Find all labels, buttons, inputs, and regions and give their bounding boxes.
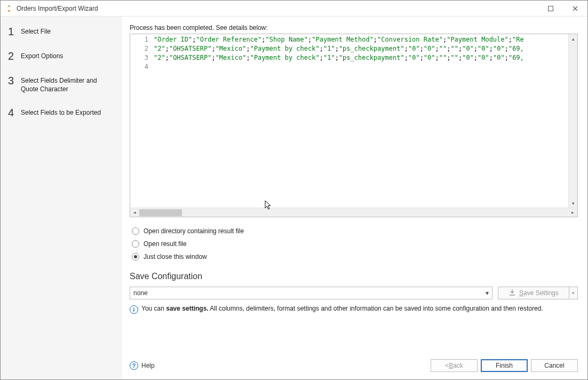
step-2[interactable]: 2 Export Options (8, 51, 115, 61)
step-1[interactable]: 1 Select File (8, 26, 115, 37)
help-icon: ? (130, 361, 138, 370)
radio-label: Open directory containing result file (144, 227, 244, 235)
titlebar: Orders Import/Export Wizard (1, 1, 587, 17)
radio-open-directory[interactable]: Open directory containing result file (132, 225, 578, 238)
step-4[interactable]: 4 Select Fields to be Exported (8, 107, 115, 118)
maximize-button[interactable] (538, 1, 563, 17)
app-icon (5, 4, 13, 13)
wizard-steps-sidebar: 1 Select File 2 Export Options 3 Select … (1, 17, 122, 379)
code-area[interactable]: "Order ID";"Order Reference";"Shop Name"… (152, 34, 568, 208)
main-panel: Process has been completed. See details … (122, 17, 587, 379)
footer: ? Help < Back Finish Cancel (130, 349, 578, 372)
save-settings-label: Save Settings (519, 289, 559, 297)
save-configuration-title: Save Configuration (130, 272, 578, 281)
info-text: You can save settings. All columns, deli… (141, 305, 543, 312)
radio-icon (132, 253, 139, 260)
radio-icon (132, 240, 139, 248)
horizontal-scrollbar[interactable]: ◂ ▸ (130, 208, 577, 217)
info-row: i You can save settings. All columns, de… (130, 305, 578, 314)
scroll-up-icon[interactable]: ▴ (569, 34, 577, 43)
help-label: Help (141, 362, 155, 369)
window-title: Orders Import/Export Wizard (17, 5, 98, 12)
save-settings-button[interactable]: Save Settings (498, 287, 569, 299)
chevron-down-icon: ▾ (486, 289, 489, 297)
scroll-down-icon[interactable]: ▾ (569, 199, 577, 208)
finish-button[interactable]: Finish (481, 359, 528, 372)
vertical-scrollbar[interactable]: ▴ ▾ (568, 34, 577, 208)
line-gutter: 1234 (130, 34, 152, 208)
download-icon (508, 289, 516, 298)
help-link[interactable]: ? Help (130, 361, 155, 370)
back-button[interactable]: < Back (431, 359, 478, 372)
process-complete-label: Process has been completed. See details … (130, 24, 578, 31)
combo-value: none (133, 289, 148, 297)
close-button[interactable] (563, 1, 587, 17)
radio-just-close-window[interactable]: Just close this window (132, 250, 578, 263)
scroll-thumb[interactable] (139, 209, 182, 216)
radio-label: Just close this window (144, 253, 207, 260)
radio-label: Open result file (144, 240, 187, 248)
radio-open-result-file[interactable]: Open result file (132, 238, 578, 250)
scroll-left-icon[interactable]: ◂ (130, 208, 139, 217)
post-action-radio-group: Open directory containing result file Op… (132, 225, 578, 263)
radio-icon (132, 227, 139, 235)
save-settings-dropdown[interactable]: ▾ (569, 287, 578, 299)
cancel-button[interactable]: Cancel (531, 359, 578, 372)
info-icon: i (130, 305, 138, 314)
svg-rect-0 (549, 6, 553, 11)
scroll-right-icon[interactable]: ▸ (568, 208, 577, 217)
wizard-window: Orders Import/Export Wizard 1 Select Fil… (0, 0, 588, 380)
step-3[interactable]: 3 Select Fields Delimiter and Quote Char… (8, 75, 115, 93)
configuration-combo[interactable]: none ▾ (130, 287, 492, 299)
result-preview: 1234 "Order ID";"Order Reference";"Shop … (130, 34, 578, 217)
